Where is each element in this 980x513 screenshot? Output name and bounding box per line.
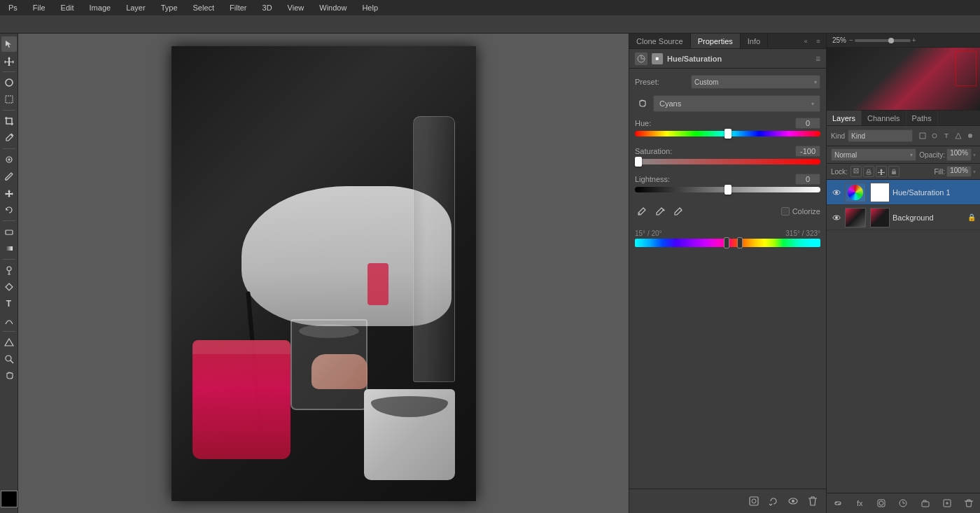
filter-smart-icon[interactable]	[965, 130, 976, 141]
kind-select[interactable]: Kind	[848, 129, 913, 142]
tool-marquee[interactable]	[1, 92, 17, 107]
tool-heal[interactable]	[1, 152, 17, 167]
light-track-container[interactable]	[635, 186, 820, 193]
tab-paths[interactable]: Paths	[906, 111, 938, 125]
panel-menu-btn[interactable]: ≡	[813, 36, 823, 46]
menu-help[interactable]: Help	[359, 3, 381, 12]
range-right: 315° / 323°	[785, 230, 820, 237]
sat-track-container[interactable]	[635, 158, 820, 165]
menu-edit[interactable]: Edit	[58, 3, 77, 12]
menu-type[interactable]: Type	[158, 3, 181, 12]
layer-fx-btn[interactable]: fx	[853, 496, 867, 510]
tool-path[interactable]	[1, 313, 17, 328]
tab-clone-source[interactable]: Clone Source	[629, 34, 691, 48]
tool-hand[interactable]	[1, 368, 17, 384]
zoom-plus[interactable]: +	[912, 36, 916, 44]
menu-file[interactable]: File	[30, 3, 48, 12]
filter-type-icon[interactable]: T	[941, 130, 952, 141]
channel-select[interactable]: Cyans ▾	[653, 95, 820, 112]
panel-options-btn[interactable]: ≡	[816, 54, 820, 64]
toolbar-divider-5	[3, 259, 15, 260]
tab-properties[interactable]: Properties	[691, 34, 741, 48]
layer-new-btn[interactable]	[940, 496, 954, 510]
tool-pen[interactable]	[1, 279, 17, 295]
tool-history[interactable]	[1, 202, 17, 218]
eyedropper-btn[interactable]	[635, 204, 649, 218]
channel-hand-icon[interactable]	[635, 97, 649, 111]
lock-all-btn[interactable]	[888, 166, 899, 177]
menu-image[interactable]: Image	[87, 3, 114, 12]
layer-link-btn[interactable]	[831, 496, 845, 510]
tool-dodge[interactable]	[1, 262, 17, 278]
tool-brush[interactable]	[1, 169, 17, 184]
layer-adjustment-btn[interactable]	[896, 496, 910, 510]
tool-crop[interactable]	[1, 113, 17, 129]
layer-visibility-hue-sat[interactable]	[831, 187, 842, 198]
preset-select[interactable]: Custom ▾	[691, 75, 820, 89]
layer-item-hue-sat[interactable]: Hue/Saturation 1	[827, 180, 980, 205]
layer-item-background[interactable]: Background 🔒	[827, 205, 980, 230]
hue-thumb[interactable]	[724, 129, 732, 139]
range-marker-left[interactable]	[724, 237, 729, 248]
filter-adjust-icon[interactable]	[929, 130, 940, 141]
eyedropper-plus-btn[interactable]: +	[653, 204, 667, 218]
add-mask-btn[interactable]	[746, 493, 762, 509]
svg-point-9	[639, 213, 640, 215]
tool-eyedropper[interactable]	[1, 130, 17, 146]
menu-filter[interactable]: Filter	[227, 3, 249, 12]
menu-3d[interactable]: 3D	[260, 3, 275, 12]
tool-move[interactable]	[1, 53, 17, 69]
lock-transparent-btn[interactable]	[850, 166, 862, 177]
range-bar-container[interactable]	[635, 239, 820, 250]
sat-value[interactable]: -100	[795, 146, 820, 157]
tab-channels[interactable]: Channels	[862, 111, 906, 125]
foreground-color[interactable]	[1, 491, 18, 507]
eyedropper-minus-btn[interactable]: -	[671, 204, 685, 218]
blend-mode-select[interactable]: Normal ▾	[831, 148, 916, 161]
zoom-slider-area[interactable]: − +	[849, 36, 916, 44]
tool-zoom[interactable]	[1, 351, 17, 367]
menu-window[interactable]: Window	[316, 3, 349, 12]
tool-text[interactable]: T	[1, 296, 17, 311]
menu-layer[interactable]: Layer	[123, 3, 148, 12]
layer-visibility-bg[interactable]	[831, 212, 842, 223]
zoom-slider[interactable]	[855, 39, 911, 42]
zoom-minus[interactable]: −	[849, 36, 853, 44]
light-value[interactable]: 0	[795, 174, 820, 185]
menu-ps[interactable]: Ps	[6, 3, 20, 12]
tool-lasso[interactable]	[1, 75, 17, 90]
tab-info[interactable]: Info	[741, 34, 768, 48]
layer-thumb-bg	[845, 208, 866, 227]
preset-label: Preset:	[635, 78, 691, 86]
visibility-toggle-btn[interactable]	[785, 493, 801, 509]
tool-eraser[interactable]	[1, 224, 17, 239]
layer-group-btn[interactable]	[918, 496, 932, 510]
tool-gradient[interactable]	[1, 241, 17, 256]
sat-thumb[interactable]	[635, 157, 642, 167]
filter-shape-icon[interactable]	[953, 130, 964, 141]
range-marker-right[interactable]	[737, 237, 743, 248]
cycle-btn[interactable]	[766, 493, 781, 509]
tab-layers[interactable]: Layers	[827, 111, 862, 125]
hue-value[interactable]: 0	[795, 118, 820, 129]
light-thumb[interactable]	[724, 185, 732, 195]
lock-image-btn[interactable]	[863, 166, 874, 177]
menu-view[interactable]: View	[285, 3, 307, 12]
layers-footer: fx	[827, 493, 980, 513]
panel-collapse-btn[interactable]: «	[801, 36, 811, 46]
delete-btn[interactable]	[805, 493, 820, 509]
menu-select[interactable]: Select	[190, 3, 218, 12]
fill-value[interactable]: 100%	[946, 166, 972, 177]
tool-shape[interactable]	[1, 335, 17, 350]
tool-clone[interactable]	[1, 185, 17, 201]
filter-pixel-icon[interactable]	[917, 130, 928, 141]
hue-track[interactable]	[635, 130, 820, 137]
lock-position-btn[interactable]	[876, 166, 887, 177]
colorize-checkbox[interactable]	[781, 207, 790, 216]
saturation-row: Saturation: -100	[635, 146, 820, 165]
tool-selection[interactable]	[1, 36, 17, 52]
left-toolbar: T	[0, 34, 18, 513]
opacity-value[interactable]: 100%	[946, 148, 972, 161]
layer-delete-btn[interactable]	[962, 496, 976, 510]
layer-mask-btn[interactable]	[874, 496, 888, 510]
